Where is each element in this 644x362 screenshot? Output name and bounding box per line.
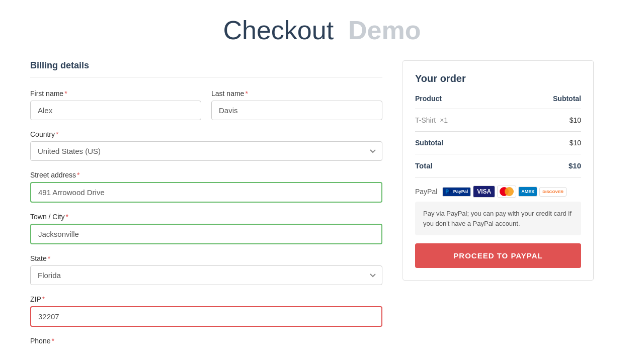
col-subtotal: Subtotal <box>504 95 581 109</box>
total-label: Total <box>415 154 504 177</box>
required-star: * <box>245 89 248 98</box>
street-label: Street address* <box>30 171 382 179</box>
page-title: Checkout Demo <box>223 16 421 45</box>
required-star: * <box>51 337 54 345</box>
street-input[interactable] <box>30 182 382 203</box>
payment-method-row: PayPal PP PayPal VISA AMEX <box>415 177 581 202</box>
required-star: * <box>64 89 67 98</box>
total-row: Total $10 <box>415 154 581 177</box>
last-name-input[interactable] <box>211 101 382 120</box>
payment-info-box: Pay via PayPal; you can pay with your cr… <box>415 202 581 235</box>
visa-icon: VISA <box>473 186 495 198</box>
city-input[interactable] <box>30 224 382 244</box>
discover-icon: DISCOVER <box>539 187 567 197</box>
zip-label: ZIP* <box>30 295 382 303</box>
paypal-label: PayPal <box>415 188 437 196</box>
required-star: * <box>56 130 58 138</box>
amex-icon: AMEX <box>518 187 537 197</box>
paypal-icon: PP PayPal <box>442 187 471 197</box>
first-name-label: First name* <box>30 89 201 98</box>
order-table: Product Subtotal T-Shirt ×1 $10 Subtotal <box>415 95 581 177</box>
subtotal-value: $10 <box>504 132 581 154</box>
product-price: $10 <box>504 109 581 132</box>
payment-info-text: Pay via PayPal; you can pay with your cr… <box>423 210 572 227</box>
order-summary: Your order Product Subtotal T-Shirt ×1 $… <box>403 60 594 281</box>
country-label: Country* <box>30 130 382 138</box>
zip-input[interactable] <box>30 306 382 327</box>
state-select[interactable]: Florida <box>30 265 382 285</box>
subtotal-row: Subtotal $10 <box>415 132 581 154</box>
order-title: Your order <box>415 73 581 84</box>
country-select[interactable]: United States (US) <box>30 141 382 161</box>
col-product: Product <box>415 95 504 109</box>
product-name: T-Shirt <box>415 116 436 124</box>
required-star: * <box>42 295 45 303</box>
table-row: T-Shirt ×1 $10 <box>415 109 581 132</box>
city-label: Town / City* <box>30 213 382 221</box>
required-star: * <box>48 254 50 262</box>
subtotal-label: Subtotal <box>415 132 504 154</box>
proceed-paypal-button[interactable]: PROCEED TO PAYPAL <box>415 243 581 268</box>
required-star: * <box>65 213 68 221</box>
last-name-label: Last name* <box>211 89 382 98</box>
total-value: $10 <box>504 154 581 177</box>
state-label: State* <box>30 254 382 262</box>
payment-icons: PP PayPal VISA AMEX DISCOVER <box>442 186 567 198</box>
billing-form: Billing details First name* Last name* <box>30 60 382 358</box>
mastercard-icon <box>497 186 516 198</box>
first-name-input[interactable] <box>30 101 201 120</box>
product-qty: ×1 <box>440 116 448 124</box>
billing-title: Billing details <box>30 60 382 77</box>
required-star: * <box>77 171 79 179</box>
phone-label: Phone* <box>30 337 382 345</box>
